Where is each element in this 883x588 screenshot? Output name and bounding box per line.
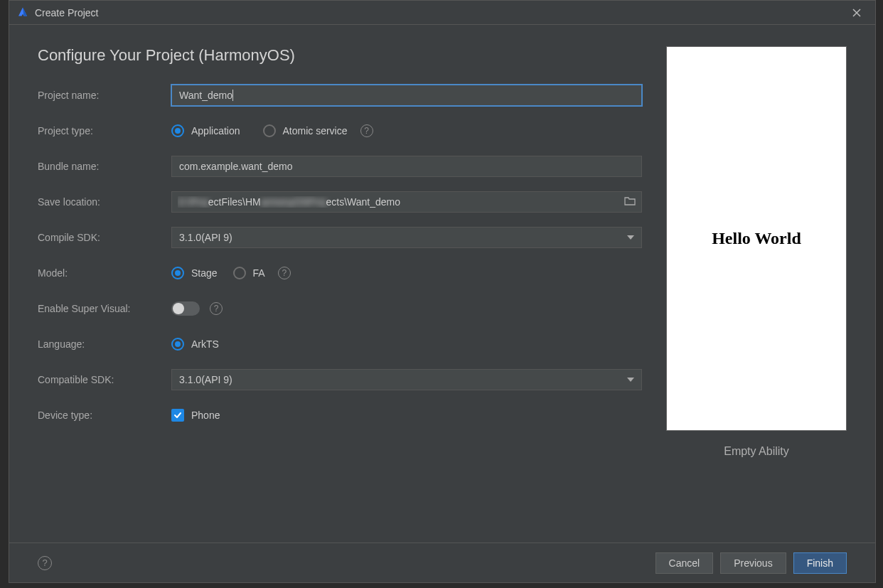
label-bundle-name: Bundle name: (38, 161, 171, 172)
project-type-help-icon[interactable]: ? (360, 124, 373, 137)
super-visual-help-icon[interactable]: ? (210, 302, 223, 315)
radio-atomic-service-button[interactable] (263, 124, 276, 137)
footer-help-icon[interactable]: ? (38, 556, 52, 570)
browse-folder-icon[interactable] (624, 196, 636, 208)
radio-atomic-service[interactable]: Atomic service (263, 124, 348, 137)
checkbox-phone-box[interactable] (171, 409, 184, 422)
create-project-dialog: Create Project Configure Your Project (H… (9, 0, 876, 583)
row-project-type: Project type: Application Atomic service… (38, 120, 642, 141)
save-location-value: D:\ProjectFiles\HMarmonyOSProjects\Want_… (178, 196, 400, 208)
text-cursor (232, 90, 233, 101)
checkbox-phone[interactable]: Phone (171, 409, 220, 422)
dialog-content: Configure Your Project (HarmonyOS) Proje… (9, 25, 875, 542)
label-project-name: Project name: (38, 90, 171, 101)
compile-sdk-select[interactable]: 3.1.0(API 9) (171, 227, 642, 248)
row-compatible-sdk: Compatible SDK: 3.1.0(API 9) (38, 369, 642, 390)
phone-preview: Hello World (666, 46, 847, 431)
finish-button[interactable]: Finish (793, 552, 847, 574)
titlebar-title: Create Project (35, 7, 98, 18)
label-project-type: Project type: (38, 125, 171, 137)
save-location-input[interactable]: D:\ProjectFiles\HMarmonyOSProjects\Want_… (171, 191, 642, 213)
label-model: Model: (38, 267, 171, 279)
radio-stage-button[interactable] (171, 267, 184, 279)
titlebar: Create Project (9, 1, 875, 25)
dialog-footer: ? Cancel Previous Finish (9, 542, 875, 582)
row-device-type: Device type: Phone (38, 405, 642, 426)
row-model: Model: Stage FA ? (38, 262, 642, 284)
row-save-location: Save location: D:\ProjectFiles\HMarmonyO… (38, 191, 642, 213)
preview-text: Hello World (712, 229, 801, 248)
cancel-button[interactable]: Cancel (655, 552, 714, 574)
page-title: Configure Your Project (HarmonyOS) (38, 46, 642, 65)
preview-caption: Empty Ability (724, 445, 789, 458)
radio-arkts[interactable]: ArkTS (171, 338, 219, 351)
chevron-down-icon (627, 235, 634, 240)
model-help-icon[interactable]: ? (278, 267, 291, 279)
radio-application-button[interactable] (171, 124, 184, 137)
preview-column: Hello World Empty Ability (666, 46, 847, 542)
enable-super-visual-toggle[interactable] (171, 301, 200, 316)
row-bundle-name: Bundle name: (38, 156, 642, 177)
bundle-name-input[interactable] (171, 156, 642, 177)
row-enable-super-visual: Enable Super Visual: ? (38, 298, 642, 319)
radio-fa-button[interactable] (233, 267, 246, 279)
form-column: Configure Your Project (HarmonyOS) Proje… (38, 46, 642, 542)
chevron-down-icon (627, 378, 634, 382)
project-name-input[interactable]: Want_demo (171, 85, 642, 106)
previous-button[interactable]: Previous (720, 552, 786, 574)
label-device-type: Device type: (38, 410, 171, 421)
app-logo-icon (16, 6, 29, 19)
toggle-knob (173, 303, 184, 314)
row-compile-sdk: Compile SDK: 3.1.0(API 9) (38, 227, 642, 248)
label-compatible-sdk: Compatible SDK: (38, 374, 171, 385)
radio-arkts-button[interactable] (171, 338, 184, 351)
compatible-sdk-select[interactable]: 3.1.0(API 9) (171, 369, 642, 390)
label-compile-sdk: Compile SDK: (38, 232, 171, 243)
radio-application[interactable]: Application (171, 124, 240, 137)
label-save-location: Save location: (38, 196, 171, 208)
radio-fa[interactable]: FA (233, 267, 265, 279)
label-language: Language: (38, 338, 171, 350)
radio-stage[interactable]: Stage (171, 267, 218, 279)
label-enable-super-visual: Enable Super Visual: (38, 303, 171, 314)
row-language: Language: ArkTS (38, 333, 642, 355)
close-icon[interactable] (845, 1, 868, 24)
row-project-name: Project name: Want_demo (38, 85, 642, 106)
